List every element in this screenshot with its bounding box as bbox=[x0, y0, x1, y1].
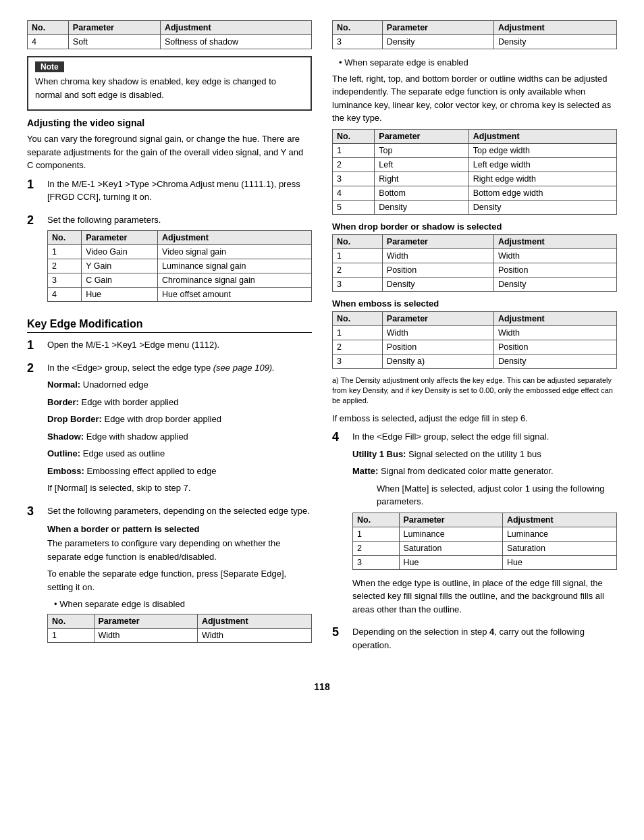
table-row: 2 Position Position bbox=[333, 263, 617, 277]
drop-border-table: No. Parameter Adjustment 1 Width Width 2… bbox=[332, 234, 617, 292]
table-row: 2 Left Left edge width bbox=[333, 157, 617, 172]
kem-step-2-block: 2 In the <Edge> group, select the edge t… bbox=[27, 361, 312, 499]
step-1-num: 1 bbox=[27, 178, 42, 208]
step-1-text: In the M/E-1 >Key1 >Type >Chroma Adjust … bbox=[47, 178, 312, 204]
kem-step-3-content: Set the following parameters, depending … bbox=[47, 504, 312, 650]
kem-step-3-num: 3 bbox=[27, 504, 42, 650]
table-row: 3 Hue Hue bbox=[353, 555, 617, 569]
kem-step-2-content: In the <Edge> group, select the edge typ… bbox=[47, 361, 312, 499]
matte-detail: When [Matte] is selected, adjust color 1… bbox=[377, 482, 617, 508]
step-2-num: 2 bbox=[27, 213, 42, 309]
table-row: 2 Saturation Saturation bbox=[353, 541, 617, 555]
table-row: 3 Density Density bbox=[333, 35, 617, 49]
adjusting-video-signal-intro: You can vary the foreground signal gain,… bbox=[27, 132, 312, 172]
adjusting-video-signal-title: Adjusting the video signal bbox=[27, 117, 312, 128]
table-row: 4 Bottom Bottom edge width bbox=[333, 186, 617, 200]
table-row: 5 Density Density bbox=[333, 200, 617, 214]
edge-type-drop-border: Drop Border: Edge with drop border appli… bbox=[47, 413, 312, 426]
note-text: When chroma key shadow is enabled, key e… bbox=[35, 75, 304, 101]
note-box: Note When chroma key shadow is enabled, … bbox=[27, 56, 312, 111]
edge-types-list: Normal: Unadorned edge Border: Edge with… bbox=[47, 378, 312, 477]
video-signal-table: No. Parameter Adjustment 1 Video Gain Vi… bbox=[47, 230, 312, 302]
step-1-block: 1 In the M/E-1 >Key1 >Type >Chroma Adjus… bbox=[27, 178, 312, 208]
kem-step-1-content: Open the M/E-1 >Key1 >Edge menu (1112). bbox=[47, 338, 312, 356]
separate-edge-desc: The left, right, top, and bottom border … bbox=[332, 72, 617, 125]
separate-edge-table: No. Parameter Adjustment 1 Top Top edge … bbox=[332, 129, 617, 215]
step-1-content: In the M/E-1 >Key1 >Type >Chroma Adjust … bbox=[47, 178, 312, 208]
table-row: 1 Width Width bbox=[333, 325, 617, 340]
separate-edge-enabled-bullet: • When separate edge is enabled bbox=[339, 56, 617, 70]
col-header-adjustment: Adjustment bbox=[160, 21, 311, 35]
left-column: No. Parameter Adjustment 4 Soft Softness… bbox=[27, 20, 312, 661]
table-row: 2 Y Gain Luminance signal gain bbox=[48, 259, 312, 273]
kem-step-1-block: 1 Open the M/E-1 >Key1 >Edge menu (1112)… bbox=[27, 338, 312, 356]
right-step-5-block: 5 Depending on the selection in step 4, … bbox=[332, 625, 617, 656]
kem-step-3-text: Set the following parameters, depending … bbox=[47, 504, 312, 518]
edge-type-outline: Outline: Edge used as outline bbox=[47, 447, 312, 461]
right-step-4-content: In the <Edge Fill> group, select the edg… bbox=[352, 430, 617, 620]
step-2-text: Set the following parameters. bbox=[47, 213, 312, 227]
outline-note: When the edge type is outline, in place … bbox=[352, 577, 617, 616]
table-row: 4 Hue Hue offset amount bbox=[48, 288, 312, 302]
table-row: 1 Width Width bbox=[333, 248, 617, 263]
kem-step-1-num: 1 bbox=[27, 338, 42, 356]
page: No. Parameter Adjustment 4 Soft Softness… bbox=[0, 0, 644, 840]
step-2-block: 2 Set the following parameters. No. Para… bbox=[27, 213, 312, 309]
table-row: 3 Density Density bbox=[333, 277, 617, 291]
when-border-text2: To enable the separate edge function, pr… bbox=[47, 567, 312, 594]
when-border-heading: When a border or pattern is selected bbox=[47, 524, 312, 534]
col-header-parameter: Parameter bbox=[68, 21, 160, 35]
matte-table: No. Parameter Adjustment 1 Luminance Lum… bbox=[352, 513, 617, 570]
kem-step-2-text: In the <Edge> group, select the edge typ… bbox=[47, 361, 312, 375]
kem-step-2-num: 2 bbox=[27, 361, 42, 499]
emboss-step6-note: If emboss is selected, adjust the edge f… bbox=[332, 412, 617, 425]
step2-skip-note: If [Normal] is selected, skip to step 7. bbox=[47, 481, 312, 495]
table-row: 1 Top Top edge width bbox=[333, 143, 617, 157]
when-drop-border-heading: When drop border or shadow is selected bbox=[332, 221, 617, 232]
table-row: 1 Luminance Luminance bbox=[353, 527, 617, 541]
note-label: Note bbox=[35, 61, 64, 72]
right-column: No. Parameter Adjustment 3 Density Densi… bbox=[332, 20, 617, 661]
utility-bus-text: Utility 1 Bus: Signal selected on the ut… bbox=[352, 448, 617, 461]
table-row: 4 Soft Softness of shadow bbox=[28, 35, 312, 49]
table-row: 3 Density a) Density bbox=[333, 354, 617, 368]
edge-type-border: Border: Edge with border applied bbox=[47, 396, 312, 409]
edge-type-normal: Normal: Unadorned edge bbox=[47, 378, 312, 392]
right-step-5-content: Depending on the selection in step 4, ca… bbox=[352, 625, 617, 656]
matte-text: Matte: Signal from dedicated color matte… bbox=[352, 465, 617, 478]
step-2-content: Set the following parameters. No. Parame… bbox=[47, 213, 312, 309]
edge-type-shadow: Shadow: Edge with shadow applied bbox=[47, 430, 312, 444]
page-number: 118 bbox=[27, 681, 617, 692]
top-table-right: No. Parameter Adjustment 3 Density Densi… bbox=[332, 20, 617, 49]
right-step-5-num: 5 bbox=[332, 625, 347, 656]
emboss-footnote: a) The Density adjustment only affects t… bbox=[332, 375, 617, 406]
right-step-4-block: 4 In the <Edge Fill> group, select the e… bbox=[332, 430, 617, 620]
when-border-bullet1: • When separate edge is disabled bbox=[54, 598, 312, 611]
key-edge-modification-title: Key Edge Modification bbox=[27, 318, 312, 333]
right-step-4-text: In the <Edge Fill> group, select the edg… bbox=[352, 430, 617, 444]
kem-step-3-block: 3 Set the following parameters, dependin… bbox=[27, 504, 312, 650]
when-emboss-heading: When emboss is selected bbox=[332, 298, 617, 309]
top-table-left: No. Parameter Adjustment 4 Soft Softness… bbox=[27, 20, 312, 49]
right-step-4-num: 4 bbox=[332, 430, 347, 620]
right-step-5-text: Depending on the selection in step 4, ca… bbox=[352, 625, 617, 652]
when-border-text1: The parameters to configure vary dependi… bbox=[47, 537, 312, 563]
edge-type-emboss: Emboss: Embossing effect applied to edge bbox=[47, 465, 312, 478]
border-disabled-table: No. Parameter Adjustment 1 Width Width bbox=[47, 614, 312, 643]
emboss-table: No. Parameter Adjustment 1 Width Width 2… bbox=[332, 311, 617, 369]
table-row: 3 Right Right edge width bbox=[333, 172, 617, 186]
table-row: 3 C Gain Chrominance signal gain bbox=[48, 273, 312, 288]
table-row: 1 Video Gain Video signal gain bbox=[48, 245, 312, 259]
kem-step-1-text: Open the M/E-1 >Key1 >Edge menu (1112). bbox=[47, 338, 312, 352]
table-row: 1 Width Width bbox=[48, 628, 312, 642]
col-header-no: No. bbox=[28, 21, 69, 35]
table-row: 2 Position Position bbox=[333, 340, 617, 354]
